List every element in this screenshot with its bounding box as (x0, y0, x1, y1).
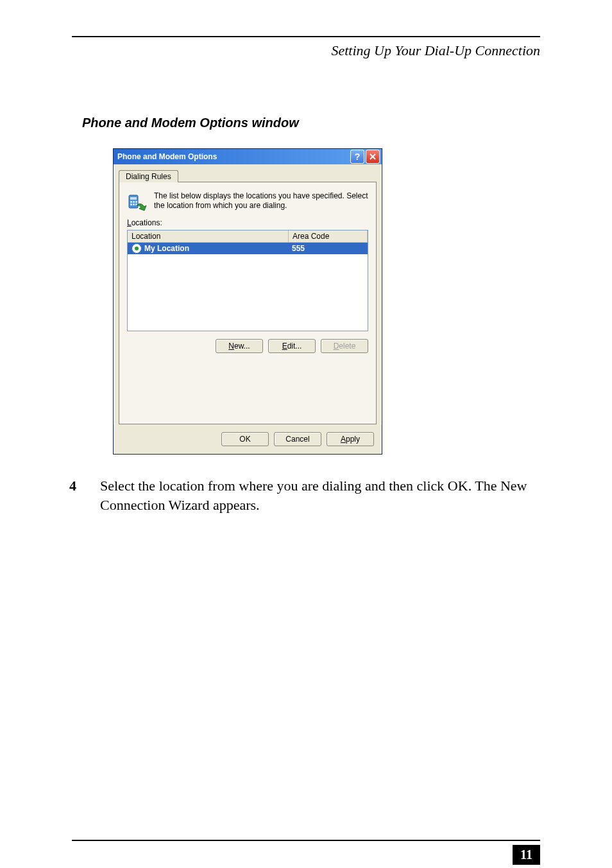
dialog-footer: OK Cancel Apply (114, 424, 382, 454)
location-selected-icon (132, 243, 142, 254)
tabstrip: Dialing Rules (119, 168, 377, 182)
window-title: Phone and Modem Options (117, 152, 349, 161)
help-button[interactable]: ? (350, 150, 364, 164)
apply-button[interactable]: Apply (327, 432, 374, 446)
row-area-code: 555 (288, 243, 368, 254)
list-row[interactable]: My Location 555 (128, 243, 368, 254)
row-location: My Location (144, 244, 189, 253)
close-icon (370, 153, 376, 160)
dialog-window: Phone and Modem Options ? Dialing Rules (113, 148, 382, 455)
step-number: 4 (69, 476, 82, 514)
new-button[interactable]: New... (216, 339, 263, 353)
locations-label: Locations: (127, 218, 368, 227)
intro-text: The list below displays the locations yo… (154, 191, 368, 211)
ok-button[interactable]: OK (221, 432, 269, 446)
locations-list[interactable]: Location Area Code My Location 555 (127, 230, 368, 331)
step-4: 4 Select the location from where you are… (69, 476, 548, 514)
svg-rect-4 (130, 201, 132, 203)
svg-rect-6 (135, 201, 137, 203)
running-head: Setting Up Your Dial-Up Connection (38, 42, 540, 59)
step-text: Select the location from where you are d… (100, 476, 548, 514)
svg-rect-8 (133, 204, 135, 205)
section-title: Phone and Modem Options window (82, 116, 574, 130)
titlebar: Phone and Modem Options ? (114, 149, 382, 164)
tab-dialing-rules[interactable]: Dialing Rules (119, 170, 178, 182)
page-number: 11 (513, 845, 540, 865)
header-rule (72, 36, 540, 37)
col-area-code[interactable]: Area Code (289, 230, 368, 242)
phone-location-icon (127, 191, 148, 212)
svg-rect-5 (133, 201, 135, 203)
list-header: Location Area Code (128, 230, 368, 243)
delete-button[interactable]: Delete (321, 339, 368, 353)
svg-rect-7 (130, 204, 132, 205)
close-button[interactable] (366, 150, 380, 164)
cancel-button[interactable]: Cancel (274, 432, 321, 446)
col-location[interactable]: Location (128, 230, 289, 242)
tab-panel: The list below displays the locations yo… (119, 182, 377, 424)
svg-rect-3 (130, 197, 137, 200)
footer-rule (72, 840, 540, 841)
edit-button[interactable]: Edit... (268, 339, 316, 353)
